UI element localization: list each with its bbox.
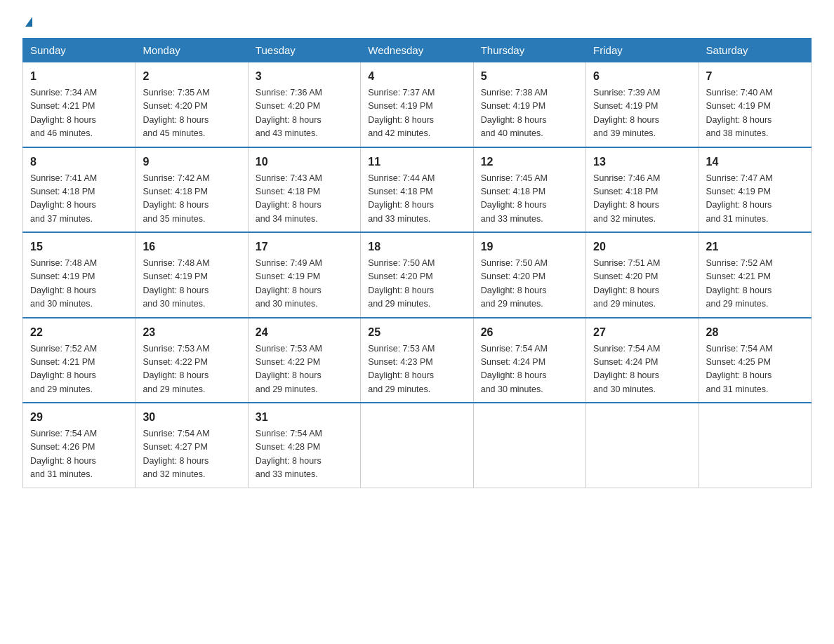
day-number: 2 xyxy=(143,68,240,85)
day-number: 25 xyxy=(368,324,465,341)
day-info: Sunrise: 7:43 AMSunset: 4:18 PMDaylight:… xyxy=(256,173,322,224)
calendar-cell: 2 Sunrise: 7:35 AMSunset: 4:20 PMDayligh… xyxy=(135,62,248,147)
day-info: Sunrise: 7:40 AMSunset: 4:19 PMDaylight:… xyxy=(706,88,773,138)
day-info: Sunrise: 7:53 AMSunset: 4:22 PMDaylight:… xyxy=(143,344,209,394)
weekday-header-wednesday: Wednesday xyxy=(361,39,473,62)
calendar-cell: 11 Sunrise: 7:44 AMSunset: 4:18 PMDaylig… xyxy=(361,147,473,233)
day-info: Sunrise: 7:46 AMSunset: 4:18 PMDaylight:… xyxy=(593,173,660,224)
day-number: 18 xyxy=(368,239,465,255)
day-info: Sunrise: 7:51 AMSunset: 4:20 PMDaylight:… xyxy=(593,258,660,309)
calendar-cell: 28 Sunrise: 7:54 AMSunset: 4:25 PMDaylig… xyxy=(699,318,811,403)
weekday-header-saturday: Saturday xyxy=(699,39,811,62)
day-number: 4 xyxy=(368,68,465,85)
logo xyxy=(22,17,32,27)
day-number: 31 xyxy=(256,409,353,426)
calendar-cell: 25 Sunrise: 7:53 AMSunset: 4:23 PMDaylig… xyxy=(361,318,473,403)
day-number: 3 xyxy=(256,68,353,85)
weekday-header-monday: Monday xyxy=(135,39,248,62)
day-number: 22 xyxy=(30,324,128,341)
calendar-cell: 1 Sunrise: 7:34 AMSunset: 4:21 PMDayligh… xyxy=(23,62,135,147)
calendar-cell: 8 Sunrise: 7:41 AMSunset: 4:18 PMDayligh… xyxy=(23,147,135,233)
day-number: 21 xyxy=(706,239,804,255)
calendar-week-row: 1 Sunrise: 7:34 AMSunset: 4:21 PMDayligh… xyxy=(23,62,812,147)
day-info: Sunrise: 7:38 AMSunset: 4:19 PMDaylight:… xyxy=(481,88,548,138)
calendar-cell xyxy=(699,403,811,488)
day-number: 13 xyxy=(593,154,691,170)
calendar-table: SundayMondayTuesdayWednesdayThursdayFrid… xyxy=(22,38,812,488)
day-info: Sunrise: 7:48 AMSunset: 4:19 PMDaylight:… xyxy=(30,258,97,309)
calendar-week-row: 8 Sunrise: 7:41 AMSunset: 4:18 PMDayligh… xyxy=(23,147,812,233)
day-info: Sunrise: 7:49 AMSunset: 4:19 PMDaylight:… xyxy=(256,258,322,309)
day-number: 19 xyxy=(481,239,578,255)
calendar-cell: 27 Sunrise: 7:54 AMSunset: 4:24 PMDaylig… xyxy=(586,318,699,403)
day-info: Sunrise: 7:50 AMSunset: 4:20 PMDaylight:… xyxy=(368,258,435,309)
day-number: 17 xyxy=(256,239,353,255)
calendar-cell xyxy=(586,403,699,488)
day-info: Sunrise: 7:47 AMSunset: 4:19 PMDaylight:… xyxy=(706,173,773,224)
calendar-cell xyxy=(473,403,585,488)
day-info: Sunrise: 7:54 AMSunset: 4:26 PMDaylight:… xyxy=(30,429,97,479)
day-info: Sunrise: 7:54 AMSunset: 4:28 PMDaylight:… xyxy=(256,429,322,479)
day-info: Sunrise: 7:34 AMSunset: 4:21 PMDaylight:… xyxy=(30,88,97,138)
calendar-cell: 6 Sunrise: 7:39 AMSunset: 4:19 PMDayligh… xyxy=(586,62,699,147)
day-info: Sunrise: 7:53 AMSunset: 4:23 PMDaylight:… xyxy=(368,344,435,394)
day-number: 28 xyxy=(706,324,804,341)
day-number: 10 xyxy=(256,154,353,170)
calendar-cell: 26 Sunrise: 7:54 AMSunset: 4:24 PMDaylig… xyxy=(473,318,585,403)
day-info: Sunrise: 7:54 AMSunset: 4:27 PMDaylight:… xyxy=(143,429,209,479)
weekday-header-tuesday: Tuesday xyxy=(248,39,360,62)
calendar-cell: 22 Sunrise: 7:52 AMSunset: 4:21 PMDaylig… xyxy=(23,318,135,403)
logo-triangle-icon xyxy=(25,17,32,27)
day-info: Sunrise: 7:53 AMSunset: 4:22 PMDaylight:… xyxy=(256,344,322,394)
weekday-header-thursday: Thursday xyxy=(473,39,585,62)
day-number: 27 xyxy=(593,324,691,341)
calendar-cell: 30 Sunrise: 7:54 AMSunset: 4:27 PMDaylig… xyxy=(135,403,248,488)
day-info: Sunrise: 7:52 AMSunset: 4:21 PMDaylight:… xyxy=(706,258,773,309)
calendar-cell: 29 Sunrise: 7:54 AMSunset: 4:26 PMDaylig… xyxy=(23,403,135,488)
calendar-cell: 9 Sunrise: 7:42 AMSunset: 4:18 PMDayligh… xyxy=(135,147,248,233)
day-info: Sunrise: 7:35 AMSunset: 4:20 PMDaylight:… xyxy=(143,88,209,138)
calendar-cell: 20 Sunrise: 7:51 AMSunset: 4:20 PMDaylig… xyxy=(586,232,699,318)
day-info: Sunrise: 7:54 AMSunset: 4:25 PMDaylight:… xyxy=(706,344,773,394)
calendar-cell: 4 Sunrise: 7:37 AMSunset: 4:19 PMDayligh… xyxy=(361,62,473,147)
weekday-header-row: SundayMondayTuesdayWednesdayThursdayFrid… xyxy=(23,39,812,62)
day-number: 20 xyxy=(593,239,691,255)
day-number: 16 xyxy=(143,239,240,255)
day-info: Sunrise: 7:52 AMSunset: 4:21 PMDaylight:… xyxy=(30,344,97,394)
day-info: Sunrise: 7:48 AMSunset: 4:19 PMDaylight:… xyxy=(143,258,209,309)
day-info: Sunrise: 7:50 AMSunset: 4:20 PMDaylight:… xyxy=(481,258,548,309)
calendar-cell: 16 Sunrise: 7:48 AMSunset: 4:19 PMDaylig… xyxy=(135,232,248,318)
calendar-cell: 18 Sunrise: 7:50 AMSunset: 4:20 PMDaylig… xyxy=(361,232,473,318)
day-number: 29 xyxy=(30,409,128,426)
calendar-cell: 31 Sunrise: 7:54 AMSunset: 4:28 PMDaylig… xyxy=(248,403,360,488)
day-number: 23 xyxy=(143,324,240,341)
day-number: 14 xyxy=(706,154,804,170)
calendar-cell xyxy=(361,403,473,488)
day-number: 1 xyxy=(30,68,128,85)
calendar-cell: 15 Sunrise: 7:48 AMSunset: 4:19 PMDaylig… xyxy=(23,232,135,318)
day-info: Sunrise: 7:39 AMSunset: 4:19 PMDaylight:… xyxy=(593,88,660,138)
calendar-cell: 10 Sunrise: 7:43 AMSunset: 4:18 PMDaylig… xyxy=(248,147,360,233)
day-info: Sunrise: 7:36 AMSunset: 4:20 PMDaylight:… xyxy=(256,88,322,138)
calendar-cell: 13 Sunrise: 7:46 AMSunset: 4:18 PMDaylig… xyxy=(586,147,699,233)
day-number: 24 xyxy=(256,324,353,341)
calendar-cell: 23 Sunrise: 7:53 AMSunset: 4:22 PMDaylig… xyxy=(135,318,248,403)
calendar-cell: 12 Sunrise: 7:45 AMSunset: 4:18 PMDaylig… xyxy=(473,147,585,233)
day-number: 11 xyxy=(368,154,465,170)
day-number: 5 xyxy=(481,68,578,85)
day-info: Sunrise: 7:45 AMSunset: 4:18 PMDaylight:… xyxy=(481,173,548,224)
calendar-cell: 17 Sunrise: 7:49 AMSunset: 4:19 PMDaylig… xyxy=(248,232,360,318)
day-number: 12 xyxy=(481,154,578,170)
day-info: Sunrise: 7:54 AMSunset: 4:24 PMDaylight:… xyxy=(593,344,660,394)
day-number: 9 xyxy=(143,154,240,170)
calendar-cell: 21 Sunrise: 7:52 AMSunset: 4:21 PMDaylig… xyxy=(699,232,811,318)
calendar-cell: 24 Sunrise: 7:53 AMSunset: 4:22 PMDaylig… xyxy=(248,318,360,403)
weekday-header-sunday: Sunday xyxy=(23,39,135,62)
calendar-cell: 5 Sunrise: 7:38 AMSunset: 4:19 PMDayligh… xyxy=(473,62,585,147)
day-number: 7 xyxy=(706,68,804,85)
day-info: Sunrise: 7:54 AMSunset: 4:24 PMDaylight:… xyxy=(481,344,548,394)
calendar-cell: 3 Sunrise: 7:36 AMSunset: 4:20 PMDayligh… xyxy=(248,62,360,147)
day-info: Sunrise: 7:42 AMSunset: 4:18 PMDaylight:… xyxy=(143,173,209,224)
calendar-week-row: 15 Sunrise: 7:48 AMSunset: 4:19 PMDaylig… xyxy=(23,232,812,318)
day-number: 8 xyxy=(30,154,128,170)
